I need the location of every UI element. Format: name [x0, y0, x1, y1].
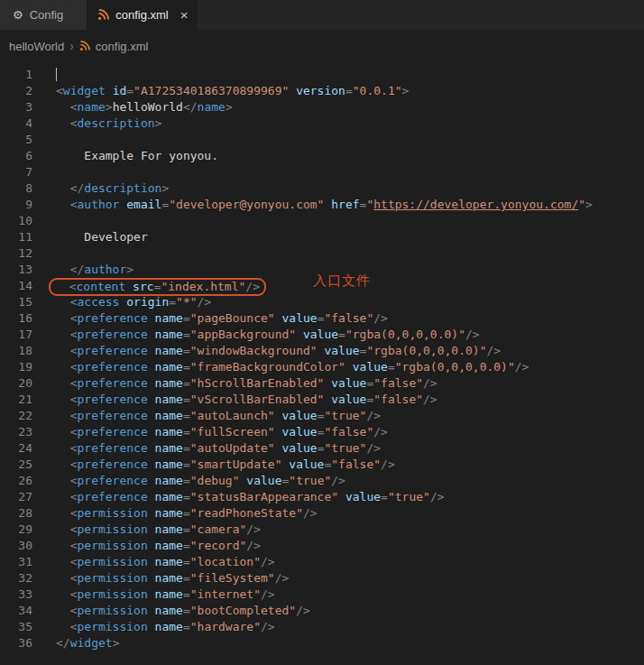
code-text: Example For yonyou.: [32, 148, 218, 164]
tab-config[interactable]: ⚙ Config: [0, 0, 87, 30]
code-text: <name>helloWorld</name>: [32, 99, 233, 115]
line-number: 29: [0, 522, 32, 538]
code-text: [32, 213, 56, 229]
code-text: <preference name="smartUpdate" value="fa…: [32, 457, 395, 473]
line-number: 33: [0, 586, 32, 603]
code-area[interactable]: 12<widget id="A1725340186370899969" vers…: [0, 59, 644, 651]
code-text: <content src="index.html"/>入口文件: [32, 278, 371, 294]
code-line[interactable]: 16 <preference name="pageBounce" value="…: [0, 310, 644, 327]
line-number: 15: [0, 294, 32, 310]
code-line[interactable]: 36</widget>: [0, 635, 644, 651]
code-text: [32, 67, 57, 83]
editor-window: ⚙ Config config.xml × helloWorld ›: [0, 0, 644, 651]
code-line[interactable]: 9 <author email="developer@yonyou.com" h…: [0, 197, 644, 213]
code-line[interactable]: 14 <content src="index.html"/>入口文件: [0, 278, 644, 294]
tab-config-xml[interactable]: config.xml ×: [87, 0, 197, 30]
code-line[interactable]: 4 <description>: [0, 115, 644, 132]
line-number: 4: [0, 115, 32, 132]
code-text: <preference name="autoUpdate" value="tru…: [32, 440, 381, 457]
code-line[interactable]: 23 <preference name="fullScreen" value="…: [0, 424, 644, 440]
code-line[interactable]: 10: [0, 213, 644, 229]
close-icon[interactable]: ×: [180, 8, 189, 22]
line-number: 14: [0, 278, 32, 294]
xml-file-icon: [97, 9, 109, 21]
code-text: <preference name="fullScreen" value="fal…: [32, 424, 388, 440]
code-text: [32, 132, 56, 148]
code-text: <description>: [32, 115, 161, 132]
code-text: <widget id="A1725340186370899969" versio…: [32, 83, 409, 99]
text-cursor: [56, 68, 57, 81]
code-line[interactable]: 7: [0, 164, 644, 180]
code-line[interactable]: 8 </description>: [0, 180, 644, 197]
code-line[interactable]: 6 Example For yonyou.: [0, 148, 644, 164]
code-line[interactable]: 32 <permission name="fileSystem"/>: [0, 570, 644, 586]
line-number: 10: [0, 213, 32, 229]
code-text: <preference name="statusBarAppearance" v…: [32, 489, 445, 505]
line-number: 34: [0, 603, 32, 619]
line-number: 1: [0, 67, 32, 83]
line-number: 20: [0, 375, 32, 392]
line-number: 26: [0, 473, 32, 489]
line-number: 8: [0, 180, 32, 197]
code-text: <author email="developer@yonyou.com" hre…: [32, 197, 593, 213]
line-number: 13: [0, 262, 32, 278]
code-line[interactable]: 31 <permission name="location"/>: [0, 554, 644, 570]
code-line[interactable]: 28 <permission name="readPhoneState"/>: [0, 505, 644, 522]
line-number: 25: [0, 457, 32, 473]
code-line[interactable]: 30 <permission name="record"/>: [0, 538, 644, 554]
code-text: </widget>: [32, 635, 119, 651]
code-line[interactable]: 24 <preference name="autoUpdate" value="…: [0, 440, 644, 457]
code-line[interactable]: 1: [0, 67, 644, 83]
code-line[interactable]: 34 <permission name="bootCompleted"/>: [0, 603, 644, 619]
code-text: <preference name="autoLaunch" value="tru…: [32, 408, 381, 424]
code-text: </description>: [32, 180, 169, 197]
line-number: 23: [0, 424, 32, 440]
code-line[interactable]: 27 <preference name="statusBarAppearance…: [0, 489, 644, 505]
code-text: [32, 164, 56, 180]
line-number: 5: [0, 132, 32, 148]
line-number: 6: [0, 148, 32, 164]
code-line[interactable]: 2<widget id="A1725340186370899969" versi…: [0, 83, 644, 99]
code-text: <preference name="vScrollBarEnabled" val…: [32, 392, 437, 408]
line-number: 9: [0, 197, 32, 213]
code-text: <permission name="location"/>: [32, 554, 275, 570]
code-text: <preference name="windowBackground" valu…: [32, 343, 501, 359]
code-line[interactable]: 19 <preference name="frameBackgroundColo…: [0, 359, 644, 375]
code-line[interactable]: 22 <preference name="autoLaunch" value="…: [0, 408, 644, 424]
code-text: <permission name="record"/>: [32, 538, 261, 554]
code-text: <preference name="hScrollBarEnabled" val…: [32, 375, 437, 392]
code-line[interactable]: 25 <preference name="smartUpdate" value=…: [0, 457, 644, 473]
code-line[interactable]: 11 Developer: [0, 229, 644, 245]
tab-label: Config: [30, 8, 64, 22]
code-line[interactable]: 33 <permission name="internet"/>: [0, 586, 644, 603]
xml-file-icon: [79, 41, 90, 51]
code-line[interactable]: 18 <preference name="windowBackground" v…: [0, 343, 644, 359]
breadcrumb-item-configxml[interactable]: config.xml: [96, 40, 149, 53]
line-number: 21: [0, 392, 32, 408]
line-number: 3: [0, 99, 32, 115]
code-line[interactable]: 21 <preference name="vScrollBarEnabled" …: [0, 392, 644, 408]
code-line[interactable]: 35 <permission name="hardware"/>: [0, 619, 644, 635]
code-line[interactable]: 15 <access origin="*"/>: [0, 294, 644, 310]
code-text: <access origin="*"/>: [32, 294, 211, 310]
code-text: <preference name="pageBounce" value="fal…: [32, 310, 388, 327]
line-number: 16: [0, 310, 32, 327]
code-text: <preference name="appBackground" value="…: [32, 327, 480, 343]
line-number: 32: [0, 570, 32, 586]
line-number: 36: [0, 635, 32, 651]
gear-icon: ⚙: [13, 9, 23, 21]
code-line[interactable]: 12: [0, 245, 644, 262]
code-line[interactable]: 20 <preference name="hScrollBarEnabled" …: [0, 375, 644, 392]
code-line[interactable]: 5: [0, 132, 644, 148]
line-number: 31: [0, 554, 32, 570]
code-line[interactable]: 3 <name>helloWorld</name>: [0, 99, 644, 115]
code-line[interactable]: 29 <permission name="camera"/>: [0, 522, 644, 538]
code-line[interactable]: 17 <preference name="appBackground" valu…: [0, 327, 644, 343]
breadcrumb-item-helloworld[interactable]: helloWorld: [9, 40, 64, 53]
line-number: 19: [0, 359, 32, 375]
annotation-label: 入口文件: [313, 272, 371, 289]
tab-bar: ⚙ Config config.xml ×: [0, 0, 644, 30]
code-line[interactable]: 26 <preference name="debug" value="true"…: [0, 473, 644, 489]
line-number: 30: [0, 538, 32, 554]
line-number: 35: [0, 619, 32, 635]
